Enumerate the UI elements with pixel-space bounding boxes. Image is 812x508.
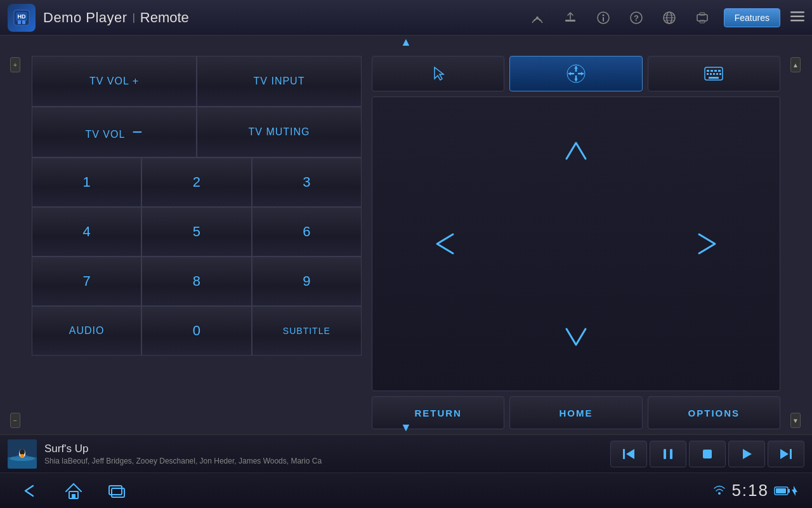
num-2-button[interactable]: 2 <box>141 157 251 207</box>
dpad-left-button[interactable] <box>377 197 510 291</box>
svg-rect-50 <box>776 488 786 493</box>
num-8-button[interactable]: 8 <box>141 257 251 306</box>
playback-controls <box>610 441 804 467</box>
mode-tabs <box>372 56 780 91</box>
action-buttons: RETURN HOME OPTIONS <box>372 396 780 429</box>
svg-rect-28 <box>713 73 715 75</box>
numpad-row-4: AUDIO 0 SUBTITLE <box>32 306 362 356</box>
tv-vol-down-button[interactable]: TV VOL <box>32 107 197 157</box>
num-5-button[interactable]: 5 <box>141 207 251 257</box>
home-button[interactable]: HOME <box>509 396 642 429</box>
track-title: Surf's Up <box>44 443 603 455</box>
svg-rect-27 <box>710 73 712 75</box>
dpad-center <box>510 197 643 291</box>
svg-rect-19 <box>790 20 804 22</box>
next-button[interactable] <box>768 441 804 467</box>
scroll-up-arrow[interactable]: ▲ <box>400 36 412 49</box>
tv-input-button[interactable]: TV INPUT <box>197 56 362 107</box>
svg-rect-29 <box>716 73 718 75</box>
svg-rect-38 <box>623 449 625 459</box>
cursor-mode-tab[interactable] <box>372 56 504 91</box>
svg-rect-41 <box>703 450 712 458</box>
track-artists: Shia laBeouf, Jeff Bridges, Zooey Descha… <box>44 457 603 465</box>
svg-rect-22 <box>707 70 709 72</box>
dpad-up-button[interactable] <box>510 102 643 197</box>
album-art <box>8 439 37 469</box>
svg-rect-2 <box>18 20 21 24</box>
numpad-row-2: 4 5 6 <box>32 207 362 257</box>
home-nav-button[interactable] <box>56 478 91 504</box>
svg-rect-44 <box>72 494 75 498</box>
dpad-mode-tab[interactable] <box>509 56 642 91</box>
svg-rect-42 <box>790 449 792 459</box>
header-remote: Remote <box>140 10 189 26</box>
track-info: Surf's Up Shia laBeouf, Jeff Bridges, Zo… <box>44 443 603 465</box>
right-scroll-down[interactable]: ▼ <box>790 413 801 428</box>
left-scroll-down[interactable]: − <box>10 413 20 428</box>
app-header: HD Demo Player | Remote ? <box>0 0 812 36</box>
now-playing-bar: Surf's Up Shia laBeouf, Jeff Bridges, Zo… <box>0 434 812 472</box>
svg-rect-40 <box>670 449 672 459</box>
svg-point-8 <box>602 14 604 16</box>
app-icon: HD <box>8 4 36 32</box>
app-title: Demo Player <box>43 10 128 26</box>
svg-text:HD: HD <box>18 13 26 20</box>
globe-icon[interactable] <box>657 5 682 30</box>
help-icon[interactable]: ? <box>624 5 649 30</box>
dpad-right-button[interactable] <box>642 197 775 291</box>
svg-rect-26 <box>707 73 709 75</box>
right-scroll-up[interactable]: ▲ <box>790 57 801 72</box>
svg-rect-9 <box>603 17 604 22</box>
dpad-down-button[interactable] <box>510 291 643 385</box>
num-9-button[interactable]: 9 <box>252 257 362 306</box>
svg-rect-6 <box>565 20 575 22</box>
options-button[interactable]: OPTIONS <box>648 396 780 429</box>
svg-text:?: ? <box>634 13 639 23</box>
num-1-button[interactable]: 1 <box>32 157 141 207</box>
row-vol-muting: TV VOL TV MUTING <box>32 107 362 157</box>
numpad-row-1: 1 2 3 <box>32 157 362 207</box>
keyboard-mode-tab[interactable] <box>648 56 780 91</box>
battery-status-icon <box>774 486 799 496</box>
svg-rect-18 <box>790 16 804 18</box>
tools-icon[interactable] <box>690 5 715 30</box>
features-button[interactable]: Features <box>724 8 780 27</box>
time-display: 5:18 <box>731 481 769 500</box>
numpad-row-3: 7 8 9 <box>32 257 362 306</box>
pause-button[interactable] <box>650 441 686 467</box>
subtitle-button[interactable]: SUBTITLE <box>252 306 362 356</box>
upload-icon[interactable] <box>558 5 583 30</box>
recents-nav-button[interactable] <box>99 478 134 504</box>
svg-rect-25 <box>718 70 721 72</box>
menu-icon[interactable] <box>790 10 804 25</box>
num-0-button[interactable]: 0 <box>141 306 251 356</box>
stop-button[interactable] <box>689 441 726 467</box>
num-4-button[interactable]: 4 <box>32 207 141 257</box>
tv-muting-button[interactable]: TV MUTING <box>197 107 362 157</box>
svg-rect-24 <box>714 70 717 72</box>
audio-button[interactable]: AUDIO <box>32 306 141 356</box>
header-separator: | <box>133 12 135 23</box>
num-3-button[interactable]: 3 <box>252 157 362 207</box>
prev-button[interactable] <box>610 441 647 467</box>
left-scroll-up[interactable]: + <box>10 57 20 72</box>
svg-rect-3 <box>22 20 25 24</box>
tv-vol-up-button[interactable]: TV VOL + <box>32 56 197 107</box>
svg-point-37 <box>20 454 24 458</box>
info-icon[interactable] <box>591 5 616 30</box>
row-vol-input: TV VOL + TV INPUT <box>32 56 362 107</box>
play-button[interactable] <box>728 441 765 467</box>
num-7-button[interactable]: 7 <box>32 257 141 306</box>
svg-rect-30 <box>719 73 721 75</box>
back-nav-button[interactable] <box>13 478 48 504</box>
svg-rect-49 <box>788 489 790 493</box>
return-button[interactable]: RETURN <box>372 396 504 429</box>
svg-rect-23 <box>710 70 713 72</box>
scroll-down-arrow[interactable]: ▼ <box>400 421 412 434</box>
signal-icon[interactable] <box>525 5 550 30</box>
svg-rect-31 <box>709 77 719 79</box>
svg-rect-39 <box>664 449 666 459</box>
dpad-area <box>372 97 780 391</box>
num-6-button[interactable]: 6 <box>252 207 362 257</box>
main-area: ▲ + − TV VOL + TV INPUT TV VOL TV MUTING… <box>0 36 812 434</box>
